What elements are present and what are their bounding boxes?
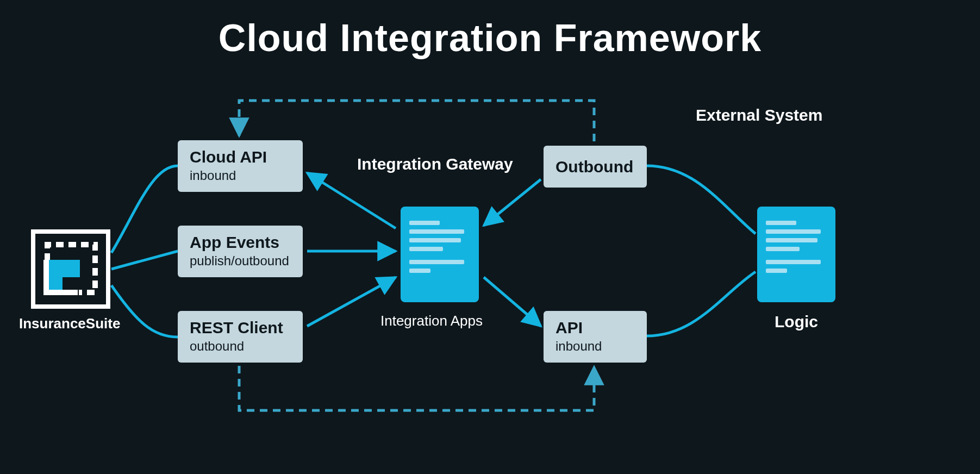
insurancesuite-label: InsuranceSuite [19, 315, 120, 332]
box-api: API inbound [544, 311, 647, 363]
box-api-title: API [555, 319, 635, 336]
diagram-title: Cloud Integration Framework [0, 16, 980, 60]
box-outbound-title: Outbound [555, 158, 635, 176]
box-app-events: App Events publish/outbound [178, 226, 303, 277]
integration-apps-icon [401, 207, 479, 302]
box-api-sub: inbound [555, 339, 635, 354]
center-heading: Integration Gateway [357, 155, 513, 173]
box-app-events-sub: publish/outbound [190, 253, 291, 269]
box-rest-client-title: REST Client [190, 319, 291, 336]
integration-apps-label: Integration Apps [380, 313, 483, 329]
insurancesuite-icon [30, 228, 111, 312]
box-app-events-title: App Events [190, 233, 291, 251]
box-cloud-api: Cloud API inbound [178, 140, 303, 192]
logic-icon [757, 207, 835, 302]
box-cloud-api-sub: inbound [190, 168, 291, 183]
logic-label: Logic [775, 313, 818, 331]
box-rest-client-sub: outbound [190, 339, 291, 354]
box-outbound: Outbound [544, 146, 647, 188]
box-cloud-api-title: Cloud API [190, 148, 291, 166]
right-heading: External System [696, 106, 822, 124]
box-rest-client: REST Client outbound [178, 311, 303, 363]
